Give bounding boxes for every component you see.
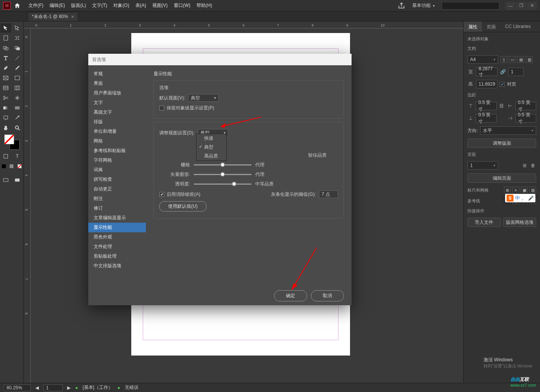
margin-bottom-input[interactable]: 0.5 英寸: [476, 114, 496, 122]
maximize-button[interactable]: ❐: [516, 2, 526, 10]
nav-display-performance[interactable]: 显示性能: [88, 223, 146, 232]
note-tool-icon[interactable]: [0, 113, 11, 122]
nav-story-editor[interactable]: 文章编辑器显示: [88, 213, 146, 223]
adjust-layout-button[interactable]: 调整版面: [467, 139, 536, 148]
menu-help[interactable]: 帮助(H): [193, 1, 215, 10]
dropdown-option-high[interactable]: 高品质: [197, 152, 226, 160]
nav-black-appearance[interactable]: 黑色外观: [88, 232, 146, 242]
eyedropper-tool-icon[interactable]: [12, 113, 23, 122]
default-view-select[interactable]: 典型▾: [188, 94, 219, 102]
page-count-input[interactable]: 1: [508, 68, 523, 76]
apply-gradient-icon[interactable]: [8, 162, 15, 171]
preserve-object-checkbox[interactable]: 保留对象级显示设置(P): [159, 105, 338, 111]
margin-right-input[interactable]: 0.5 英寸: [515, 114, 536, 122]
nav-dictionary[interactable]: 词典: [88, 165, 146, 175]
formatting-container-icon[interactable]: [0, 152, 11, 161]
preflight-icon[interactable]: ●: [75, 385, 78, 390]
binding-right-icon[interactable]: ▥: [526, 56, 533, 63]
margin-link-icon[interactable]: ⛓: [499, 103, 505, 109]
preflight-status-icon[interactable]: ●: [117, 385, 120, 390]
line-tool-icon[interactable]: [12, 53, 23, 63]
nav-notes[interactable]: 附注: [88, 194, 146, 203]
dropdown-option-fast[interactable]: 快速: [197, 134, 226, 143]
orient-landscape-icon[interactable]: ▭: [509, 56, 516, 63]
grid-baseline-icon[interactable]: ≡: [512, 187, 519, 194]
horizontal-grid-tool-icon[interactable]: [0, 83, 11, 93]
zoom-tool-icon[interactable]: [12, 123, 23, 132]
ok-button[interactable]: 确定: [274, 290, 307, 301]
view-mode-normal-icon[interactable]: [0, 175, 11, 185]
tab-pages[interactable]: 页面: [482, 22, 500, 32]
page-size-select[interactable]: A4▾: [467, 55, 498, 64]
cancel-button[interactable]: 取消: [311, 290, 344, 301]
scissors-tool-icon[interactable]: [0, 93, 11, 103]
height-input[interactable]: 11.6929: [476, 80, 497, 88]
vector-slider[interactable]: [194, 174, 251, 175]
content-collector-icon[interactable]: [0, 43, 11, 53]
gap-tool-icon[interactable]: [12, 33, 23, 43]
nav-grids[interactable]: 网格: [88, 136, 146, 146]
ruler-icon[interactable]: ⊞: [504, 187, 511, 194]
facing-pages-checkbox[interactable]: ✔对页: [500, 81, 516, 88]
nav-track-changes[interactable]: 修订: [88, 203, 146, 213]
nav-interface[interactable]: 界面: [88, 79, 146, 88]
free-transform-tool-icon[interactable]: [12, 93, 23, 103]
menu-object[interactable]: 对象(O): [110, 1, 132, 10]
tab-close-icon[interactable]: ✕: [71, 15, 74, 19]
orient-portrait-icon[interactable]: ▯: [500, 56, 507, 63]
width-input[interactable]: 8.2677 寸: [476, 68, 497, 76]
transparency-slider[interactable]: [194, 184, 251, 185]
margin-left-input[interactable]: 0.5 英寸: [515, 102, 536, 110]
tab-properties[interactable]: 属性: [464, 22, 482, 32]
nav-file-handling[interactable]: 文件处理: [88, 242, 146, 251]
binding-left-icon[interactable]: ▤: [517, 56, 524, 63]
fill-stroke-swatch[interactable]: [4, 134, 20, 150]
nav-spelling[interactable]: 拼写检查: [88, 175, 146, 184]
minimize-button[interactable]: —: [505, 2, 515, 10]
nav-guides[interactable]: 参考线和粘贴板: [88, 146, 146, 155]
menu-type[interactable]: 文字(T): [89, 1, 110, 10]
use-defaults-button[interactable]: 使用默认值(U): [159, 201, 206, 212]
selection-tool-icon[interactable]: [0, 23, 11, 33]
close-button[interactable]: ✕: [527, 2, 537, 10]
page-nav-input[interactable]: 1: [43, 384, 63, 391]
tab-cc-libraries[interactable]: CC Libraries: [500, 22, 535, 32]
gradient-feather-tool-icon[interactable]: [12, 103, 23, 112]
menu-window[interactable]: 窗口(W): [171, 1, 193, 10]
edit-pages-button[interactable]: 编辑页面: [467, 174, 536, 183]
gray-threshold-input[interactable]: 7 点: [319, 190, 338, 198]
apply-none-icon[interactable]: [16, 162, 23, 171]
content-placer-icon[interactable]: [12, 43, 23, 53]
link-icon[interactable]: 🔗: [500, 69, 506, 75]
nav-ui-scaling[interactable]: 用户界面缩放: [88, 88, 146, 98]
share-icon[interactable]: [398, 2, 405, 10]
import-file-button[interactable]: 导入文件: [467, 218, 501, 227]
nav-general[interactable]: 常规: [88, 69, 146, 79]
margin-top-input[interactable]: 0.5 英寸: [476, 102, 496, 110]
pencil-tool-icon[interactable]: [12, 63, 23, 73]
grid-document-icon[interactable]: ▦: [521, 187, 528, 194]
menu-view[interactable]: 视图(V): [149, 1, 171, 10]
search-input[interactable]: [442, 2, 499, 10]
grid-layout-icon[interactable]: ▥: [529, 187, 536, 194]
type-tool-icon[interactable]: [0, 53, 11, 63]
layout-grid-options-button[interactable]: 版面网格选项: [503, 218, 537, 227]
antialias-checkbox[interactable]: 启用消除锯齿(A): [159, 191, 200, 198]
nav-char-grid[interactable]: 字符网格: [88, 155, 146, 165]
orientation-select[interactable]: 水平▾: [480, 126, 536, 135]
zoom-level-input[interactable]: 80.25%: [4, 384, 31, 391]
vertical-grid-tool-icon[interactable]: [12, 83, 23, 93]
rectangle-frame-tool-icon[interactable]: [0, 73, 11, 83]
menu-table[interactable]: 表(A): [132, 1, 149, 10]
rectangle-tool-icon[interactable]: [12, 73, 23, 83]
document-tab[interactable]: *未命名-1 @ 80% ✕: [28, 12, 78, 21]
nav-composition[interactable]: 排版: [88, 117, 146, 127]
apply-color-icon[interactable]: [0, 162, 7, 171]
new-page-icon[interactable]: ⊞: [522, 162, 528, 169]
nav-autocorrect[interactable]: 自动更正: [88, 184, 146, 194]
page-tool-icon[interactable]: [0, 33, 11, 43]
nav-clipboard[interactable]: 剪贴板处理: [88, 251, 146, 261]
menu-layout[interactable]: 版面(L): [68, 1, 89, 10]
nav-units[interactable]: 单位和增量: [88, 127, 146, 136]
direct-selection-tool-icon[interactable]: [12, 23, 23, 33]
